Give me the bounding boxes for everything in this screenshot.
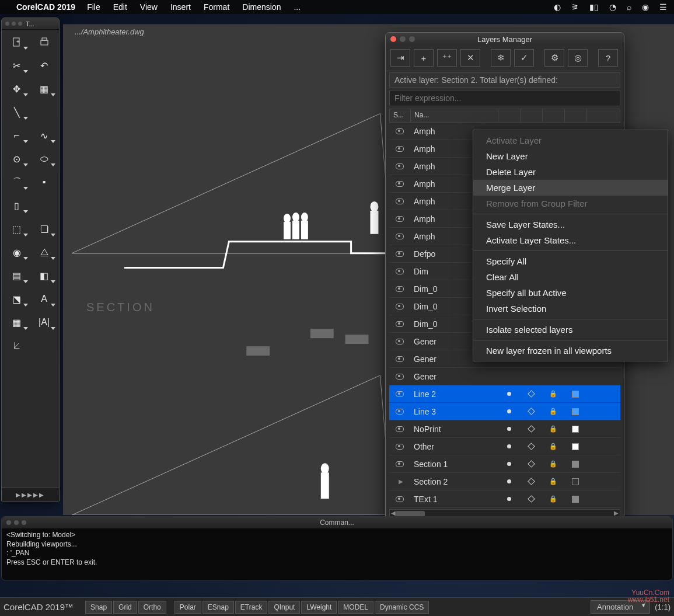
menu-view[interactable]: View [140,2,158,12]
tool-align-icon[interactable]: |A| [32,314,57,331]
snap-button[interactable]: Snap [85,601,112,614]
list-icon[interactable]: ☰ [659,2,667,12]
context-menu-item[interactable]: New layer frozen in all viewports [473,343,668,359]
tool-text-icon[interactable]: A [32,290,57,308]
tool-shapes-icon[interactable]: ▦ [32,80,57,98]
model-button[interactable]: MODEL [338,601,373,614]
layer-isolate-icon[interactable]: ◎ [568,49,588,67]
col-name[interactable]: Na... [411,109,498,122]
clock-icon[interactable]: ◔ [609,2,616,12]
context-menu-item[interactable]: Specify All [473,253,668,269]
context-menu-item[interactable]: Save Layer States... [473,217,668,232]
visibility-icon [396,269,404,274]
menu-format[interactable]: Format [204,2,229,12]
tool-mirror-icon[interactable]: ⧋ [32,243,57,261]
layers-filter-input[interactable]: Filter expression... [389,90,620,106]
context-menu-item: Activate Layer [473,133,668,148]
layer-row[interactable]: Section 1 🔒 [389,455,620,473]
wifi-icon[interactable]: ⚞ [571,2,579,12]
col-3[interactable] [498,109,521,122]
minimize-icon[interactable] [400,36,406,42]
menu-edit[interactable]: Edit [113,2,127,12]
tool-new-icon[interactable]: + [4,33,29,51]
layer-new-icon[interactable]: + [414,49,434,67]
close-icon[interactable] [390,36,396,42]
tool-measure-icon[interactable]: ⟀ [4,337,29,354]
esnap-button[interactable]: ESnap [202,601,234,614]
tool-ellipse-icon[interactable]: ⬭ [32,150,57,168]
layer-row[interactable]: Line 3 🔒 [389,403,620,420]
tool-point-icon[interactable]: ▪ [32,173,57,191]
layer-row[interactable]: Other 🔒 [389,438,620,455]
layer-row[interactable]: TExt 1 🔒 [389,490,620,508]
tool-palette-footer[interactable]: ▶▶▶▶▶ [2,488,59,502]
lweight-button[interactable]: LWeight [301,601,337,614]
app-name[interactable]: CorelCAD 2019 [16,2,75,12]
layer-states-icon[interactable]: ⇥ [390,49,410,67]
zoom-icon[interactable] [409,36,415,42]
layer-thaw-icon[interactable]: ✓ [514,49,534,67]
section-label: SECTION [86,301,155,314]
layer-freeze-icon[interactable]: ❄ [491,49,511,67]
command-output[interactable]: <Switching to: Model> Rebuilding viewpor… [2,528,672,569]
tool-undo-icon[interactable]: ↶ [32,57,57,74]
context-menu-item[interactable]: Merge Layer [473,180,668,196]
context-menu-item[interactable]: Specify all but Active [473,285,668,301]
col-6[interactable] [565,109,587,122]
menu-file[interactable]: File [87,2,100,12]
menu-more[interactable]: ... [294,2,301,12]
layer-delete-icon[interactable]: ✕ [460,49,480,67]
tool-move-icon[interactable]: ✥ [4,80,29,98]
menu-insert[interactable]: Insert [170,2,191,12]
col-status[interactable]: S... [390,109,411,122]
etrack-button[interactable]: ETrack [235,601,268,614]
context-menu-item[interactable]: Delete Layer [473,164,668,180]
tool-palette-titlebar[interactable]: T... [2,18,59,30]
layer-row[interactable]: NoPrint 🔒 [389,420,620,438]
layer-row[interactable]: ▶ Section 2 🔒 [389,473,620,490]
tool-scissors-icon[interactable]: ✂ [4,57,29,74]
col-4[interactable] [521,109,543,122]
context-menu-item[interactable]: New Layer [473,148,668,164]
battery-icon[interactable]: ▮▯ [589,2,599,12]
layers-titlebar[interactable]: Layers Manager [386,33,624,46]
visibility-icon [396,461,404,467]
layer-new2-icon[interactable]: ⁺⁺ [437,49,457,67]
tool-box-icon[interactable]: ⬚ [4,220,29,238]
tool-union-icon[interactable]: ◉ [4,243,29,261]
ortho-button[interactable]: Ortho [138,601,166,614]
trend-icon[interactable]: ◐ [554,2,561,12]
svg-point-126 [292,213,299,222]
context-menu-item[interactable]: Isolate selected layers [473,322,668,337]
tool-dim-icon[interactable]: ⬔ [4,290,29,308]
menu-dimension[interactable]: Dimension [242,2,281,12]
tool-line-icon[interactable]: ╲ [4,103,29,121]
qinput-button[interactable]: QInput [268,601,300,614]
dynccs-button[interactable]: Dynamic CCS [375,601,429,614]
tool-arc-icon[interactable]: ⌒ [4,173,29,191]
tool-print-icon[interactable] [32,33,57,51]
tool-3d-icon[interactable]: ❏ [32,220,57,238]
tool-rect-icon[interactable]: ▯ [4,197,29,214]
context-menu-item[interactable]: Clear All [473,269,668,285]
siri-icon[interactable]: ◉ [642,2,649,12]
tool-spline-icon[interactable]: ∿ [32,127,57,144]
layers-header[interactable]: S... Na... [389,109,620,123]
layer-row[interactable]: Gener [389,368,620,385]
tool-polyline-icon[interactable]: ⌐ [4,127,29,144]
layer-settings-icon[interactable]: ⚙ [544,49,564,67]
svg-point-132 [321,463,329,474]
tool-table-icon[interactable]: ▦ [4,314,29,331]
layer-row[interactable]: Line 2 🔒 [389,385,620,403]
tool-color-icon[interactable]: ◧ [32,267,57,284]
context-menu-item[interactable]: Activate Layer States... [473,232,668,248]
context-menu-item[interactable]: Invert Selection [473,301,668,316]
tool-circle-icon[interactable]: ⊙ [4,150,29,168]
layer-help-icon[interactable]: ? [598,49,618,67]
command-titlebar[interactable]: Comman... [2,517,672,528]
col-5[interactable] [543,109,565,122]
grid-button[interactable]: Grid [113,601,137,614]
tool-layer-icon[interactable]: ▤ [4,267,29,284]
polar-button[interactable]: Polar [174,601,201,614]
search-icon[interactable]: ⌕ [627,2,631,12]
